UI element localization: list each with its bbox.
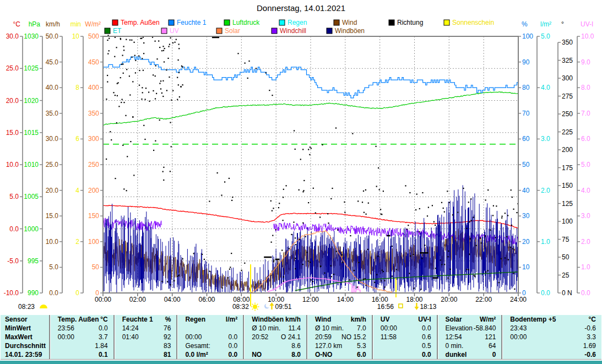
legend-swatch-r2 [216,28,222,34]
axis-tick: 25 [562,271,570,279]
cell-value: 76 [164,324,176,333]
axis-tick: 0.0 [541,289,550,297]
cell-value: 121 [485,333,501,341]
axis-tick: 990 [28,289,39,297]
cell-time: Gesamt: [177,341,210,350]
cell-time [502,341,510,350]
axis-unit: W/m² [85,20,101,28]
cell-value: 64 [489,341,501,350]
cell-time: 14:24 [115,324,139,333]
legend-swatch-r2 [327,28,332,34]
axis-tick: 90 [522,58,530,66]
cell-time: 127.0 km [307,341,342,350]
cell-time: 20:59 [307,333,332,341]
column-unit: km/h [285,315,306,324]
cell-time: NO [244,350,262,359]
column-name: UV [373,315,390,324]
cell-time: 0 min. [438,341,464,350]
axis-tick: 1015 [24,129,39,137]
cell-time: dunkel [438,350,467,359]
legend-label: Richtung [397,19,423,26]
cell-time: 00:00 [177,333,202,341]
cell-time: 01:40 [115,333,139,341]
legend-label: UV [170,27,179,35]
stats-table: SensorMinWertMaxWertDurchschnitt14.01. 2… [1,315,601,360]
cell-time: 12:54 [438,333,462,341]
cell-time [50,341,58,350]
axis-tick: 200 [562,146,573,154]
axis-tick: 0 N [562,289,572,297]
cell-time: 20:52 [244,333,268,341]
legend-label: Luftdruck [232,19,260,26]
axis-tick: 1010 [24,161,39,169]
cell-value: O 24.1 [281,333,306,341]
axis-tick: 15.0 [6,129,19,137]
legend-label: ET [113,27,122,35]
sunrise-time: 08:32 [232,303,249,311]
axis-tick: 250 [88,161,99,169]
x-axis-label: 22:00 [475,296,492,303]
axis-tick: 6 [75,135,79,143]
row-label: 14.01. 23:59 [1,350,42,359]
column-name: Wind [307,315,331,324]
table-col-2: Feuchte 1%14:247601:40928381 [113,315,177,359]
axis-tick: 1025 [24,64,39,72]
legend-swatch-r2 [105,28,110,34]
cell-time: 00:00 [50,333,74,341]
axis-tick: 325 [562,57,573,64]
axis-tick: 3.0 [581,212,590,220]
cell-time: 0.0 l/m² [177,350,208,359]
cell-time [115,341,122,350]
column-name: Solar [438,315,462,324]
axis-tick: 4.0 [541,84,550,91]
x-axis-label: 04:00 [164,296,181,303]
axis-tick: 30.0 [46,135,59,143]
legend-swatch-r1 [112,20,118,25]
axis-tick: 275 [562,93,573,100]
axis-tick: 225 [562,128,573,136]
axis-unit: hPa [29,20,41,28]
axis-tick: 300 [88,135,99,143]
column-name: Windböen [244,315,284,324]
legend-swatch-r1 [224,20,230,25]
axis-tick: 1000 [24,225,39,233]
legend-swatch-r2 [161,28,167,34]
cell-value: 0 [492,350,502,359]
column-unit: % [165,315,177,324]
legend-label: Wind [342,19,357,26]
table-col-1: Temp. Außen°C23:560.000:003.71.840.1 [49,315,113,359]
cell-value: -0.6 [584,324,601,333]
axis-tick: 500 [88,32,99,40]
axis-tick: 100 [88,238,99,246]
cell-value: 6.0 [357,350,372,359]
column-unit: °C [589,315,601,324]
table-col-6: UVUV-I00:000.011:580.60.50.0 [372,315,437,359]
row-label: MinWert [1,324,31,333]
x-axis-label: 18:00 [406,296,422,303]
x-axis-label: 02:00 [129,296,146,303]
axis-tick: 40 [522,187,530,194]
cell-time [244,341,252,350]
axis-tick: 2.0 [581,238,590,246]
cell-value: 0.0 [422,324,437,333]
cell-value: 0.0 [422,350,437,359]
axis-tick: 2 [75,238,79,246]
axis-tick: 6.0 [581,135,590,143]
x-axis-label: 24:00 [510,296,527,303]
axis-tick: 50 [522,161,530,169]
legend-label: Windböen [335,27,365,35]
axis-tick: 60 [522,135,530,143]
cell-time [50,350,58,359]
axis-tick: 350 [562,39,573,46]
axis-unit: °C [13,20,21,28]
legend-swatch-r1 [444,20,449,25]
row-label: Durchschnitt [1,341,46,350]
axis-tick: 4 [75,187,79,194]
sunset-icon [399,304,403,308]
cell-value: 5.3 [357,341,372,350]
axis-tick: 3.0 [541,135,550,143]
moonset-time: 18:13 [420,303,436,311]
cell-time: 11:58 [373,333,397,341]
cell-value: -58.840 [474,324,502,333]
x-axis-label: 16:00 [372,296,388,303]
